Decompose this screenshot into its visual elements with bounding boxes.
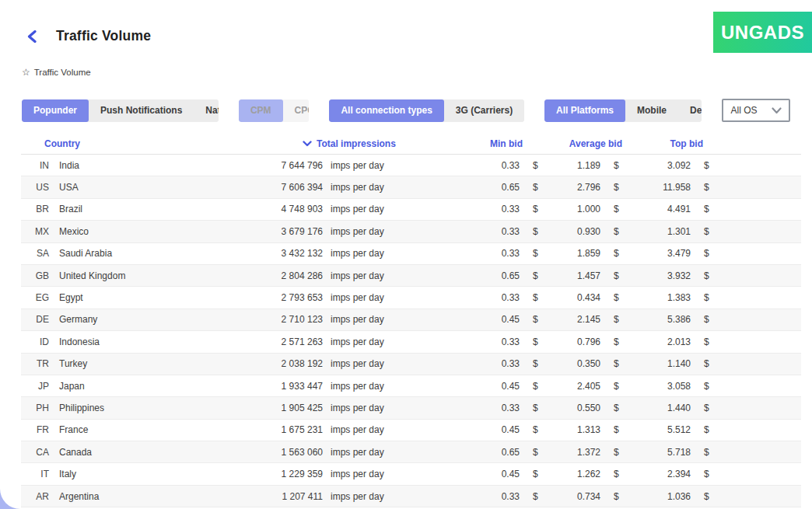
currency-symbol: $ xyxy=(520,336,543,347)
top-bid-value: 11.958 xyxy=(624,182,691,193)
impressions-value: 3 679 176 xyxy=(251,226,323,237)
column-header-total-impressions[interactable]: Total impressions xyxy=(251,138,439,149)
min-bid-value: 0.33 xyxy=(439,336,520,347)
min-bid-value: 0.33 xyxy=(439,491,520,502)
star-outline-icon[interactable]: ☆ xyxy=(22,68,30,77)
impressions-unit: imps per day xyxy=(323,314,439,325)
top-bid-value: 5.718 xyxy=(624,447,691,458)
filter-native-ads[interactable]: Native Ads xyxy=(194,99,219,122)
currency-symbol: $ xyxy=(691,447,714,458)
table-row: TR Turkey 2 038 192 imps per day 0.33 $ … xyxy=(21,354,801,375)
currency-symbol: $ xyxy=(691,336,714,347)
country-name: United Kingdom xyxy=(49,270,251,281)
filter-bar: Popunder Push Notifications Native Ads C… xyxy=(22,99,790,122)
currency-symbol: $ xyxy=(691,358,714,369)
table-row: FR France 1 675 231 imps per day 0.45 $ … xyxy=(21,420,801,441)
table-row: ID Indonesia 2 571 263 imps per day 0.33… xyxy=(21,331,801,353)
currency-symbol: $ xyxy=(600,182,624,193)
currency-symbol: $ xyxy=(600,358,624,369)
country-code: AR xyxy=(21,491,49,502)
currency-symbol: $ xyxy=(600,403,624,413)
filter-cpm[interactable]: CPM xyxy=(239,99,283,122)
average-bid-value: 0.734 xyxy=(543,491,600,502)
table-row: JP Japan 1 933 447 imps per day 0.45 $ 2… xyxy=(21,375,801,397)
currency-symbol: $ xyxy=(600,469,624,479)
impressions-value: 1 229 359 xyxy=(251,469,323,479)
min-bid-value: 0.33 xyxy=(439,358,520,369)
os-select[interactable]: All OS xyxy=(722,99,790,122)
page-title: Traffic Volume xyxy=(56,28,151,44)
impressions-unit: imps per day xyxy=(323,204,439,214)
filter-3g-carriers[interactable]: 3G (Carriers) xyxy=(444,99,524,122)
table-row: IN India 7 644 796 imps per day 0.33 $ 1… xyxy=(21,155,801,176)
filter-desktop[interactable]: Desktop xyxy=(678,99,702,122)
currency-symbol: $ xyxy=(600,226,624,237)
min-bid-value: 0.33 xyxy=(439,204,520,214)
impressions-value: 1 675 231 xyxy=(251,424,323,435)
currency-symbol: $ xyxy=(520,226,543,237)
top-bid-value: 3.932 xyxy=(624,270,691,281)
top-bid-value: 1.140 xyxy=(624,358,691,369)
os-select-value: All OS xyxy=(731,105,758,116)
currency-symbol: $ xyxy=(600,314,624,325)
country-name: Canada xyxy=(49,447,251,458)
min-bid-value: 0.45 xyxy=(439,424,520,435)
table-row: GB United Kingdom 2 804 286 imps per day… xyxy=(21,265,801,287)
country-name: USA xyxy=(49,182,251,193)
impressions-unit: imps per day xyxy=(323,270,439,281)
impressions-unit: imps per day xyxy=(323,381,439,392)
filter-cpc[interactable]: CPC xyxy=(283,99,310,122)
chevron-left-icon xyxy=(26,30,37,43)
impressions-value: 2 710 123 xyxy=(251,314,323,325)
back-button[interactable] xyxy=(25,30,39,44)
average-bid-value: 1.000 xyxy=(543,204,600,214)
country-name: Turkey xyxy=(49,358,251,369)
min-bid-value: 0.33 xyxy=(439,226,520,237)
filter-all-connection-types[interactable]: All connection types xyxy=(329,99,443,122)
filter-all-platforms[interactable]: All Platforms xyxy=(544,99,625,122)
ungads-logo-text: UNGADS xyxy=(721,22,804,44)
viewport: UNGADS Traffic Volume ☆ Traffic Volume P… xyxy=(0,0,812,509)
column-header-min-bid[interactable]: Min bid xyxy=(439,138,543,149)
country-name: Japan xyxy=(49,381,251,392)
impressions-unit: imps per day xyxy=(323,160,439,171)
country-name: Indonesia xyxy=(49,336,251,347)
impressions-value: 4 748 903 xyxy=(251,204,323,214)
average-bid-value: 1.262 xyxy=(543,469,600,479)
breadcrumb-label[interactable]: Traffic Volume xyxy=(34,68,91,77)
impressions-value: 7 644 796 xyxy=(251,160,323,171)
impressions-unit: imps per day xyxy=(323,182,439,193)
filter-push-notifications[interactable]: Push Notifications xyxy=(89,99,194,122)
average-bid-value: 0.434 xyxy=(543,292,600,303)
average-bid-value: 1.457 xyxy=(543,270,600,281)
currency-symbol: $ xyxy=(691,424,714,435)
traffic-volume-page: UNGADS Traffic Volume ☆ Traffic Volume P… xyxy=(0,0,812,509)
filter-popunder[interactable]: Popunder xyxy=(22,99,89,122)
filter-mobile[interactable]: Mobile xyxy=(625,99,678,122)
currency-symbol: $ xyxy=(520,447,543,458)
column-header-country[interactable]: Country xyxy=(21,138,251,149)
ad-format-group: Popunder Push Notifications Native Ads xyxy=(22,99,219,122)
currency-symbol: $ xyxy=(600,381,624,392)
currency-symbol: $ xyxy=(520,270,543,281)
currency-symbol: $ xyxy=(600,336,624,347)
ungads-logo: UNGADS xyxy=(713,12,812,53)
min-bid-value: 0.45 xyxy=(439,381,520,392)
impressions-unit: imps per day xyxy=(323,336,439,347)
country-name: France xyxy=(49,424,251,435)
impressions-value: 7 606 394 xyxy=(251,182,323,193)
impressions-value: 2 571 263 xyxy=(251,336,323,347)
top-bid-value: 1.301 xyxy=(624,226,691,237)
impressions-value: 2 038 192 xyxy=(251,358,323,369)
column-header-top-bid[interactable]: Top bid xyxy=(624,138,714,149)
country-name: Brazil xyxy=(49,204,251,214)
currency-symbol: $ xyxy=(691,314,714,325)
country-code: JP xyxy=(21,381,49,392)
currency-symbol: $ xyxy=(520,204,543,214)
column-header-average-bid[interactable]: Average bid xyxy=(543,138,624,149)
country-name: Germany xyxy=(49,314,251,325)
min-bid-value: 0.65 xyxy=(439,182,520,193)
country-name: Saudi Arabia xyxy=(49,248,251,259)
impressions-value: 1 905 425 xyxy=(251,403,323,413)
impressions-unit: imps per day xyxy=(323,424,439,435)
